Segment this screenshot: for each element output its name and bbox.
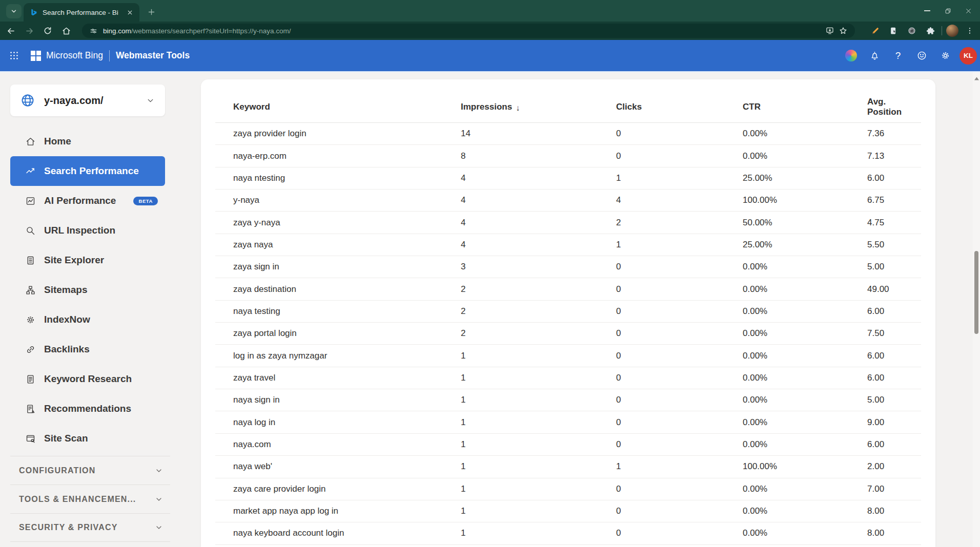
column-header-avg-position[interactable]: Avg. Position: [867, 97, 921, 117]
table-row[interactable]: naya ntesting4125.00%6.00: [215, 167, 921, 190]
column-header-ctr[interactable]: CTR: [743, 102, 867, 112]
clicks-cell: 0: [616, 351, 743, 361]
tab-close-icon[interactable]: [125, 8, 134, 17]
section-label: TOOLS & ENHANCEMEN...: [19, 495, 155, 504]
page-scrollbar[interactable]: [973, 72, 980, 547]
column-header-keyword[interactable]: Keyword: [215, 102, 461, 112]
column-header-impressions[interactable]: Impressions↓: [461, 102, 616, 112]
table-row[interactable]: naya.com100.00%6.00: [215, 434, 921, 456]
browser-menu-icon[interactable]: [963, 24, 977, 38]
table-row[interactable]: zaya provider login1400.00%7.36: [215, 123, 921, 145]
scroll-up-arrow[interactable]: [973, 74, 980, 82]
keyword-cell: naya testing: [215, 306, 461, 317]
tab-search-button[interactable]: [6, 4, 22, 18]
sidebar-item-sitemaps[interactable]: Sitemaps: [10, 275, 165, 305]
browser-toolbar: bing.com/webmasters/searchperf?siteUrl=h…: [0, 22, 980, 40]
table-row[interactable]: naya keyboard account login100.00%8.00: [215, 522, 921, 544]
new-tab-button[interactable]: [145, 5, 158, 18]
help-icon[interactable]: ?: [889, 47, 907, 65]
table-row[interactable]: naya web'11100.00%2.00: [215, 456, 921, 478]
sidebar-item-site-scan[interactable]: Site Scan: [10, 424, 165, 453]
table-row[interactable]: zaya naya4125.00%5.50: [215, 234, 921, 256]
notes-extension-icon[interactable]: [886, 24, 901, 38]
sidebar-item-indexnow[interactable]: IndexNow: [10, 305, 165, 334]
impressions-cell: 4: [461, 240, 616, 250]
browser-tab[interactable]: Search Performance - Bi: [24, 3, 139, 22]
sidebar-item-label: Home: [44, 136, 71, 147]
product-name: Webmaster Tools: [116, 50, 190, 61]
back-button[interactable]: [3, 23, 18, 38]
user-avatar[interactable]: KL: [959, 47, 977, 65]
ctr-cell: 0.00%: [743, 351, 867, 361]
impressions-cell: 1: [461, 439, 616, 450]
clicks-cell: 0: [616, 328, 743, 339]
table-row[interactable]: market app naya app log in100.00%8.00: [215, 500, 921, 522]
microsoft-logo-icon[interactable]: [31, 51, 41, 61]
url-path: /webmasters/searchperf?siteUrl=https://y…: [131, 27, 291, 35]
ctr-cell: 0.00%: [743, 395, 867, 405]
table-row[interactable]: naya log in100.00%9.00: [215, 411, 921, 433]
table-row[interactable]: y-naya44100.00%6.75: [215, 190, 921, 212]
avg-position-cell: 2.00: [867, 461, 921, 472]
header-actions: ? KL: [842, 47, 980, 65]
sidebar-item-keyword-research[interactable]: Keyword Research: [10, 364, 165, 394]
screen: Search Performance - Bi: [0, 0, 980, 547]
sidebar-item-url-inspection[interactable]: URL Inspection: [10, 216, 165, 245]
extensions-puzzle-icon[interactable]: [923, 24, 937, 38]
table-row[interactable]: naya testing200.00%6.00: [215, 301, 921, 323]
minimize-button[interactable]: [923, 6, 932, 15]
clicks-cell: 0: [616, 306, 743, 317]
home-button[interactable]: [58, 23, 74, 38]
sidebar-section-configuration[interactable]: CONFIGURATION: [10, 456, 170, 485]
table-row[interactable]: naya-erp.com800.00%7.13: [215, 145, 921, 167]
restore-button[interactable]: [943, 6, 952, 15]
table-row[interactable]: naya sign in100.00%5.00: [215, 389, 921, 411]
sidebar-item-recommendations[interactable]: Recommendations: [10, 394, 165, 424]
sidebar-item-site-explorer[interactable]: Site Explorer: [10, 245, 165, 275]
table-row[interactable]: zaya portal login200.00%7.50: [215, 323, 921, 345]
column-header-clicks[interactable]: Clicks: [616, 102, 743, 112]
table-row[interactable]: zaya sign in300.00%5.00: [215, 256, 921, 278]
table-row[interactable]: log in as zaya nymzagar100.00%6.00: [215, 345, 921, 367]
site-settings-icon[interactable]: [89, 27, 98, 35]
forward-button[interactable]: [22, 23, 37, 38]
sidebar-item-backlinks[interactable]: Backlinks: [10, 334, 165, 364]
impressions-cell: 1: [461, 461, 616, 472]
sidebar-item-label: Keyword Research: [44, 373, 132, 385]
camera-extension-icon[interactable]: [905, 24, 919, 38]
sidebar-item-ai-performance[interactable]: AI Performance BETA: [10, 186, 165, 216]
scrollbar-thumb[interactable]: [974, 251, 978, 334]
tab-title: Search Performance - Bi: [43, 9, 124, 16]
copilot-icon[interactable]: [842, 47, 860, 65]
gear-icon: [25, 314, 36, 325]
pencil-extension-icon[interactable]: [868, 24, 882, 38]
table-row[interactable]: zaya destination200.00%49.00: [215, 278, 921, 300]
sidebar-item-search-performance[interactable]: Search Performance: [10, 156, 165, 186]
notifications-bell-icon[interactable]: [865, 47, 884, 65]
impressions-cell: 4: [461, 195, 616, 205]
impressions-cell: 3: [461, 262, 616, 272]
table-body: zaya provider login1400.00%7.36naya-erp.…: [201, 123, 935, 545]
browser-profile-avatar[interactable]: [946, 25, 958, 37]
sidebar-section-tools-enhancements[interactable]: TOOLS & ENHANCEMEN...: [10, 485, 170, 513]
keyword-cell: zaya care provider login: [215, 484, 461, 494]
address-bar[interactable]: bing.com/webmasters/searchperf?siteUrl=h…: [82, 24, 855, 38]
sidebar-section-security-privacy[interactable]: SECURITY & PRIVACY: [10, 513, 170, 542]
settings-gear-icon[interactable]: [936, 47, 954, 65]
install-app-icon[interactable]: [823, 24, 836, 37]
sort-desc-icon: ↓: [516, 103, 520, 113]
table-row[interactable]: zaya y-naya4250.00%4.75: [215, 212, 921, 234]
bookmark-star-icon[interactable]: [836, 24, 850, 37]
site-selector[interactable]: y-naya.com/: [10, 85, 165, 116]
impressions-cell: 1: [461, 528, 616, 538]
sidebar-item-home[interactable]: Home: [10, 127, 165, 156]
app-launcher-icon[interactable]: [4, 46, 24, 66]
table-row[interactable]: zaya care provider login100.00%7.00: [215, 478, 921, 500]
close-window-button[interactable]: [964, 6, 973, 15]
impressions-cell: 2: [461, 284, 616, 294]
reload-button[interactable]: [40, 23, 55, 38]
ctr-cell: 0.00%: [743, 129, 867, 139]
table-row[interactable]: zaya travel100.00%6.00: [215, 367, 921, 389]
trend-up-icon: [25, 166, 36, 177]
feedback-smiley-icon[interactable]: [912, 47, 931, 65]
